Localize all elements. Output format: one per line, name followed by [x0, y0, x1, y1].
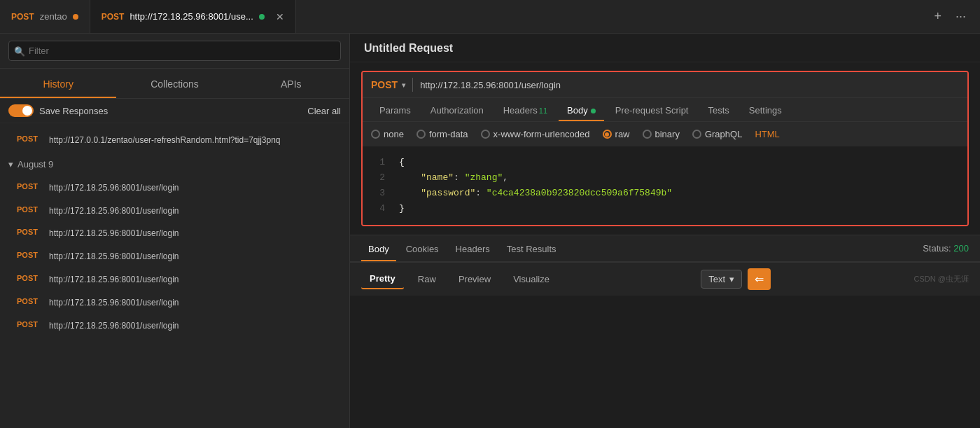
format-preview[interactable]: Preview [450, 270, 499, 289]
list-item[interactable]: POST http://172.18.25.96:8001/user/login [0, 200, 349, 223]
code-line-4: 4 } [374, 201, 956, 216]
method-badge: POST [17, 297, 42, 305]
list-item[interactable]: POST http://172.18.25.96:8001/user/login [0, 245, 349, 268]
list-item[interactable]: POST http://172.18.25.96:8001/user/login [0, 268, 349, 291]
main-content: Untitled Request POST ▾ Params [350, 34, 980, 428]
url-divider [412, 78, 413, 92]
html-format-label[interactable]: HTML [755, 129, 779, 139]
method-select[interactable]: POST ▾ [371, 79, 405, 90]
code-line-1: 1 { [374, 155, 956, 170]
search-icon: 🔍 [14, 46, 25, 56]
sidebar: 🔍 History Collections APIs Save Response… [0, 34, 350, 428]
resp-tab-body[interactable]: Body [361, 235, 396, 261]
method-badge: POST [17, 134, 42, 143]
save-responses-control: Save Responses [8, 104, 108, 117]
response-status: Status: 200 [923, 243, 969, 254]
tab-dot-2 [259, 14, 265, 20]
tab-zentao[interactable]: POST zentao [0, 0, 90, 33]
method-label: POST [371, 79, 398, 90]
history-url: http://172.18.25.96:8001/user/login [49, 251, 178, 263]
add-tab-button[interactable]: + [928, 6, 947, 27]
code-line-2: 2 "name": "zhang", [374, 170, 956, 186]
tab-method-2: POST [102, 12, 125, 22]
url-input[interactable] [420, 80, 959, 90]
body-option-graphql[interactable]: GraphQL [692, 129, 742, 139]
list-item[interactable]: POST http://172.18.25.96:8001/user/login [0, 222, 349, 245]
tab-tests[interactable]: Tests [699, 98, 737, 121]
code-editor[interactable]: 1 { 2 "name": "zhang", 3 "password": "c4… [363, 146, 967, 225]
chevron-down-icon: ▾ [8, 159, 13, 170]
tab-authorization[interactable]: Authorization [422, 98, 492, 121]
sidebar-controls: Save Responses Clear all [0, 99, 349, 123]
resp-tab-headers[interactable]: Headers [449, 235, 497, 261]
save-responses-label: Save Responses [39, 106, 108, 116]
history-url: http://172.18.25.96:8001/user/login [49, 228, 178, 240]
tab-label-2: http://172.18.25.96:8001/use... [130, 11, 253, 22]
url-bar: POST ▾ [363, 72, 967, 97]
body-dot-indicator [591, 109, 596, 113]
method-badge: POST [17, 228, 42, 236]
list-item[interactable]: POST http://172.18.25.96:8001/user/login [0, 315, 349, 338]
sidebar-search-section: 🔍 [0, 34, 349, 69]
clear-all-button[interactable]: Clear all [307, 106, 341, 116]
tab-settings[interactable]: Settings [741, 98, 790, 121]
search-input[interactable] [8, 41, 341, 61]
tab-method-1: POST [11, 12, 34, 22]
sidebar-item-history[interactable]: History [0, 69, 116, 98]
text-type-dropdown[interactable]: Text ▾ [701, 270, 742, 289]
tab-headers[interactable]: Headers11 [495, 98, 556, 121]
response-tabs-bar: Body Cookies Headers Test Results Status… [350, 235, 980, 262]
list-item[interactable]: POST http://172.18.25.96:8001/user/login [0, 291, 349, 315]
body-option-formdata[interactable]: form-data [416, 129, 468, 139]
method-badge: POST [17, 205, 42, 214]
response-tabs: Body Cookies Headers Test Results [361, 235, 564, 261]
method-badge: POST [17, 320, 42, 329]
tab-params[interactable]: Params [371, 98, 419, 121]
history-url: http://172.18.25.96:8001/user/login [49, 274, 178, 286]
wrap-button[interactable]: ⇐ [748, 268, 771, 290]
response-format-toolbar: Pretty Raw Preview Visualize Text ▾ ⇐ CS… [350, 262, 980, 296]
method-badge: POST [17, 251, 42, 259]
format-raw[interactable]: Raw [410, 270, 444, 289]
history-url: http://172.18.25.96:8001/user/login [49, 320, 178, 332]
tab-close-button[interactable]: ✕ [276, 11, 284, 22]
tab-dot-1 [73, 14, 78, 20]
list-item[interactable]: POST http://172.18.25.96:8001/user/login [0, 177, 349, 200]
save-responses-toggle[interactable] [8, 104, 34, 117]
body-option-raw[interactable]: raw [603, 129, 630, 139]
status-badge: 200 [953, 243, 969, 254]
tab-prerequest[interactable]: Pre-request Script [607, 98, 697, 121]
body-option-urlencoded[interactable]: x-www-form-urlencoded [481, 129, 590, 139]
radio-raw [603, 130, 612, 139]
response-area: Body Cookies Headers Test Results Status… [350, 235, 980, 428]
radio-formdata [416, 130, 426, 139]
history-url: http://127.0.0.1/zentao/user-refreshRand… [49, 134, 281, 146]
request-area: POST ▾ Params Authorization Headers11 [350, 62, 980, 235]
tab-bar: POST zentao POST http://172.18.25.96:800… [0, 0, 980, 34]
body-option-binary[interactable]: binary [643, 129, 680, 139]
code-line-3: 3 "password": "c4ca4238a0b923820dcc509a6… [374, 186, 956, 201]
main-layout: 🔍 History Collections APIs Save Response… [0, 34, 980, 428]
sidebar-item-apis[interactable]: APIs [233, 69, 349, 98]
history-url: http://172.18.25.96:8001/user/login [49, 182, 178, 194]
tab-active[interactable]: POST http://172.18.25.96:8001/use... ✕ [90, 0, 296, 33]
tab-body[interactable]: Body [559, 98, 604, 121]
history-group-august9[interactable]: ▾ August 9 [0, 152, 349, 177]
resp-tab-cookies[interactable]: Cookies [399, 235, 446, 261]
resp-tab-test-results[interactable]: Test Results [500, 235, 564, 261]
request-tabs: Params Authorization Headers11 Body Pre-… [363, 97, 967, 121]
sidebar-item-collections[interactable]: Collections [116, 69, 232, 98]
format-visualize[interactable]: Visualize [505, 270, 558, 289]
method-badge: POST [17, 182, 42, 191]
method-badge: POST [17, 274, 42, 282]
more-tabs-button[interactable]: ··· [950, 6, 972, 27]
body-option-none[interactable]: none [371, 129, 404, 139]
sidebar-history-list: POST http://127.0.0.1/zentao/user-refres… [0, 123, 349, 428]
radio-binary [643, 130, 652, 139]
history-url: http://172.18.25.96:8001/user/login [49, 205, 178, 217]
list-item[interactable]: POST http://127.0.0.1/zentao/user-refres… [0, 129, 349, 152]
format-pretty[interactable]: Pretty [361, 269, 404, 289]
request-box: POST ▾ Params Authorization Headers11 [361, 71, 969, 226]
tab-label-1: zentao [40, 11, 67, 22]
body-options: none form-data x-www-form-urlencoded raw [363, 121, 967, 146]
